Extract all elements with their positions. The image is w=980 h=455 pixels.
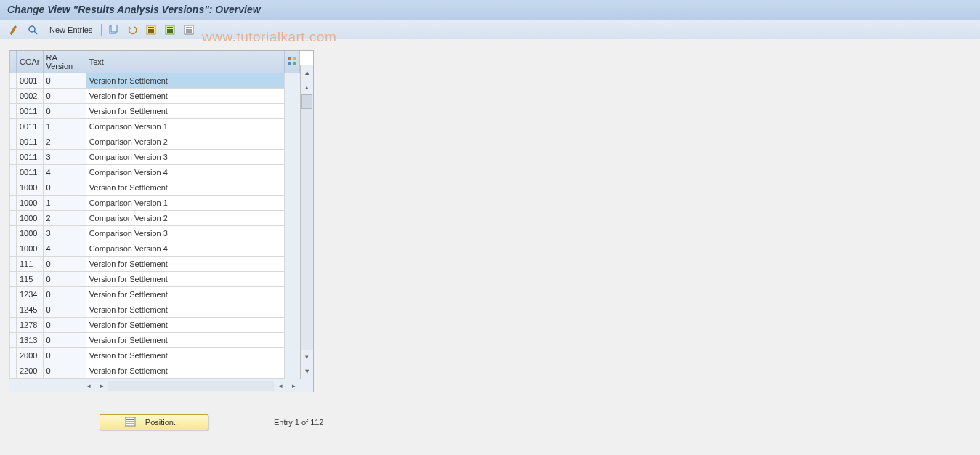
cell-coar[interactable]: 115 (17, 272, 44, 287)
cell-ra-version[interactable]: 4 (43, 165, 86, 180)
row-handle[interactable] (10, 89, 17, 104)
cell-coar[interactable]: 1000 (17, 241, 44, 257)
table-row[interactable]: 10000Version for Settlement (10, 180, 300, 196)
table-row[interactable]: 00010Version for Settlement (10, 73, 300, 89)
row-handle[interactable] (10, 104, 17, 119)
cell-coar[interactable]: 0011 (17, 150, 44, 165)
hscroll-right-step-icon[interactable]: ◂ (274, 382, 287, 390)
table-row[interactable]: 12780Version for Settlement (10, 318, 300, 333)
cell-text[interactable]: Version for Settlement (86, 348, 285, 363)
cell-text[interactable]: Version for Settlement (86, 302, 285, 318)
cell-text[interactable]: Comparison Version 1 (86, 119, 285, 134)
select-block-icon[interactable] (163, 23, 177, 36)
row-handle[interactable] (10, 196, 17, 211)
new-entries-button[interactable]: New Entries (45, 25, 97, 34)
position-button[interactable]: Position... (100, 414, 208, 430)
copy-as-icon[interactable] (106, 23, 121, 36)
cell-text[interactable]: Version for Settlement (86, 104, 285, 119)
hscroll-track[interactable] (108, 381, 274, 391)
cell-coar[interactable]: 0001 (17, 73, 44, 89)
cell-ra-version[interactable]: 1 (43, 196, 86, 211)
cell-coar[interactable]: 2000 (17, 348, 44, 363)
vertical-scrollbar[interactable]: ▲ ▴ ▾ ▼ (300, 65, 313, 379)
table-row[interactable]: 12450Version for Settlement (10, 302, 300, 318)
cell-text[interactable]: Comparison Version 3 (86, 150, 285, 165)
table-row[interactable]: 1150Version for Settlement (10, 272, 300, 287)
cell-coar[interactable]: 1000 (17, 226, 44, 241)
table-row[interactable]: 20000Version for Settlement (10, 348, 300, 363)
cell-coar[interactable]: 1278 (17, 318, 44, 333)
cell-ra-version[interactable]: 0 (43, 180, 86, 196)
col-header-text[interactable]: Text (86, 51, 285, 73)
table-row[interactable]: 00110Version for Settlement (10, 104, 300, 119)
cell-coar[interactable]: 0011 (17, 134, 44, 150)
row-handle[interactable] (10, 363, 17, 379)
table-row[interactable]: 22000Version for Settlement (10, 363, 300, 379)
cell-ra-version[interactable]: 0 (43, 302, 86, 318)
cell-text[interactable]: Comparison Version 3 (86, 226, 285, 241)
cell-text[interactable]: Comparison Version 4 (86, 165, 285, 180)
table-row[interactable]: 00112Comparison Version 2 (10, 134, 300, 150)
table-row[interactable]: 00113Comparison Version 3 (10, 150, 300, 165)
cell-ra-version[interactable]: 2 (43, 134, 86, 150)
row-handle[interactable] (10, 226, 17, 241)
scroll-up-step-icon[interactable]: ▴ (301, 80, 313, 94)
table-config-button[interactable] (285, 51, 300, 73)
cell-coar[interactable]: 111 (17, 257, 44, 272)
row-handle[interactable] (10, 73, 17, 89)
row-handle[interactable] (10, 302, 17, 318)
horizontal-scrollbar[interactable]: ◂ ▸ ◂ ▸ (9, 379, 313, 392)
cell-coar[interactable]: 1000 (17, 211, 44, 226)
cell-text[interactable]: Comparison Version 1 (86, 196, 285, 211)
find-icon[interactable] (26, 23, 41, 36)
cell-ra-version[interactable]: 0 (43, 73, 86, 89)
cell-ra-version[interactable]: 0 (43, 272, 86, 287)
cell-text[interactable]: Version for Settlement (86, 318, 285, 333)
undo-icon[interactable] (125, 23, 139, 36)
table-row[interactable]: 10003Comparison Version 3 (10, 226, 300, 241)
row-handle[interactable] (10, 318, 17, 333)
cell-text[interactable]: Version for Settlement (86, 180, 285, 196)
row-handle[interactable] (10, 211, 17, 226)
cell-ra-version[interactable]: 0 (43, 287, 86, 302)
table-row[interactable]: 1110Version for Settlement (10, 257, 300, 272)
cell-coar[interactable]: 0002 (17, 89, 44, 104)
cell-ra-version[interactable]: 0 (43, 257, 86, 272)
cell-text[interactable]: Comparison Version 2 (86, 211, 285, 226)
cell-coar[interactable]: 0011 (17, 119, 44, 134)
cell-ra-version[interactable]: 0 (43, 348, 86, 363)
cell-text[interactable]: Version for Settlement (86, 73, 285, 89)
cell-coar[interactable]: 0011 (17, 165, 44, 180)
cell-ra-version[interactable]: 2 (43, 211, 86, 226)
row-handle[interactable] (10, 241, 17, 257)
cell-ra-version[interactable]: 1 (43, 119, 86, 134)
cell-ra-version[interactable]: 0 (43, 104, 86, 119)
row-handle-header[interactable] (10, 51, 17, 73)
cell-text[interactable]: Version for Settlement (86, 363, 285, 379)
row-handle[interactable] (10, 257, 17, 272)
hscroll-right-icon[interactable]: ▸ (287, 382, 300, 390)
row-handle[interactable] (10, 287, 17, 302)
cell-text[interactable]: Version for Settlement (86, 89, 285, 104)
cell-ra-version[interactable]: 0 (43, 89, 86, 104)
table-row[interactable]: 00111Comparison Version 1 (10, 119, 300, 134)
cell-text[interactable]: Version for Settlement (86, 287, 285, 302)
row-handle[interactable] (10, 348, 17, 363)
row-handle[interactable] (10, 119, 17, 134)
cell-ra-version[interactable]: 0 (43, 333, 86, 348)
cell-text[interactable]: Comparison Version 4 (86, 241, 285, 257)
row-handle[interactable] (10, 165, 17, 180)
cell-text[interactable]: Version for Settlement (86, 333, 285, 348)
cell-text[interactable]: Version for Settlement (86, 272, 285, 287)
table-row[interactable]: 10001Comparison Version 1 (10, 196, 300, 211)
scroll-down-step-icon[interactable]: ▾ (301, 350, 313, 364)
cell-ra-version[interactable]: 3 (43, 226, 86, 241)
cell-coar[interactable]: 1000 (17, 180, 44, 196)
row-handle[interactable] (10, 150, 17, 165)
row-handle[interactable] (10, 134, 17, 150)
row-handle[interactable] (10, 272, 17, 287)
col-header-ra-version[interactable]: RA Version (43, 51, 86, 73)
cell-coar[interactable]: 1245 (17, 302, 44, 318)
cell-ra-version[interactable]: 0 (43, 318, 86, 333)
cell-coar[interactable]: 2200 (17, 363, 44, 379)
